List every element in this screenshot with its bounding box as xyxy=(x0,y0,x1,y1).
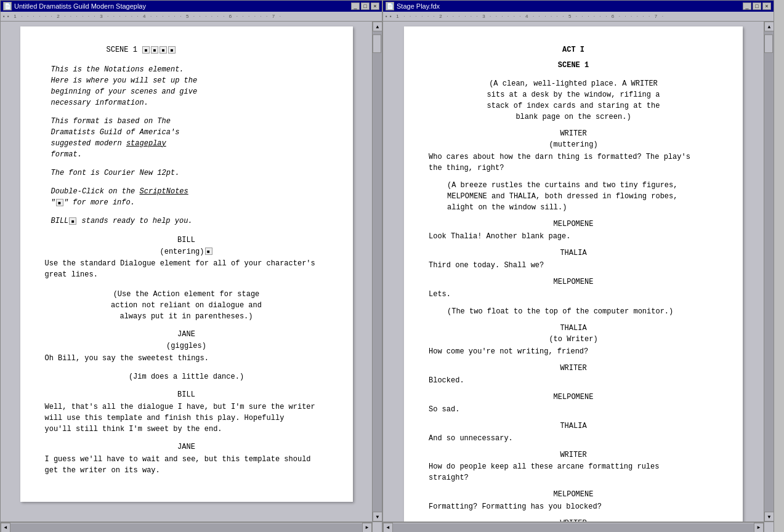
right-scrollbar-h[interactable]: ◄ ► xyxy=(383,522,764,532)
bill2-name: BILL xyxy=(45,390,328,400)
right-close-button[interactable]: × xyxy=(762,2,771,10)
stage-direction-3: (The two float to the top of the compute… xyxy=(447,306,718,317)
melpomene3-dialogue: So sad. xyxy=(429,404,718,415)
melpomene2-dialogue: Lets. xyxy=(429,289,718,300)
melpomene4-block: MELPOMENE Formatting? Formatting has you… xyxy=(429,490,718,512)
left-maximize-button[interactable]: □ xyxy=(361,2,370,10)
left-title-left: 📄 Untitled Dramatists Guild Modern Stage… xyxy=(3,2,146,10)
left-scroll-left[interactable]: ◄ xyxy=(1,523,10,533)
left-window: 📄 Untitled Dramatists Guild Modern Stage… xyxy=(0,0,382,532)
left-page: SCENE 1 ■■■■ This is the Notations eleme… xyxy=(20,26,353,502)
left-title-controls: _ □ × xyxy=(351,2,379,10)
left-document-area[interactable]: SCENE 1 ■■■■ This is the Notations eleme… xyxy=(1,22,372,522)
left-ruler: ▪ ▪ 1 · · · · · · 2 · · · · · · 3 · · · … xyxy=(1,12,382,22)
writer2-name: WRITER xyxy=(429,363,718,374)
stage-direction-2: (A breeze rustles the curtains and two t… xyxy=(447,180,718,213)
notation-block-3: The font is Courier New 12pt. xyxy=(51,167,322,179)
thalia2-block: THALIA (to Writer) How come you're not w… xyxy=(429,323,718,358)
notation-line-5: This format is based on The xyxy=(51,116,322,127)
writer2-block: WRITER Blocked. xyxy=(429,363,718,386)
scene-icon-1[interactable]: ■ xyxy=(142,46,150,54)
thalia3-dialogue: And so unnecessary. xyxy=(429,433,718,444)
right-page: ACT I SCENE 1 (A clean, well-lighted pla… xyxy=(404,26,743,522)
right-scroll-area: ACT I SCENE 1 (A clean, well-lighted pla… xyxy=(383,22,774,522)
right-bottom-corner xyxy=(764,522,774,532)
bill1-name: BILL xyxy=(45,235,328,246)
action1-block: (Use the Action element for stage action… xyxy=(45,289,328,322)
left-close-button[interactable]: × xyxy=(371,2,379,10)
left-scroll-thumb[interactable] xyxy=(373,34,381,53)
thalia2-paren: (to Writer) xyxy=(429,334,718,345)
notation-line-2: Here is where you will set up the xyxy=(51,75,322,86)
right-scroll-thumb[interactable] xyxy=(764,34,773,53)
left-scroll-down[interactable]: ▼ xyxy=(373,512,382,522)
right-document-area[interactable]: ACT I SCENE 1 (A clean, well-lighted pla… xyxy=(383,22,764,522)
jane1-name: JANE xyxy=(45,329,328,340)
right-ruler-content: ▪ ▪ 1 · · · · · · 2 · · · · · · 3 · · · … xyxy=(386,14,771,19)
left-minimize-button[interactable]: _ xyxy=(351,2,360,10)
right-title-controls: _ □ × xyxy=(743,2,771,10)
melpomene4-dialogue: Formatting? Formatting has you blocked? xyxy=(429,501,718,512)
right-app-icon: 📄 xyxy=(386,2,394,10)
writer1-paren: (muttering) xyxy=(429,140,718,150)
right-scroll-down[interactable]: ▼ xyxy=(764,512,774,522)
scene-icon-3[interactable]: ■ xyxy=(160,46,167,54)
writer3-block: WRITER How do people keep all these arca… xyxy=(429,450,718,484)
right-window-title: Stage Play.fdx xyxy=(397,2,440,10)
right-window-bottom: ◄ ► xyxy=(383,522,774,531)
notation-block-2: This format is based on The Dramatists G… xyxy=(51,116,322,160)
right-window: 📄 Stage Play.fdx _ □ × ▪ ▪ 1 · · · · · ·… xyxy=(382,0,774,532)
scene-heading: SCENE 1 ■■■■ xyxy=(107,45,328,55)
melpomene1-dialogue: Look Thalia! Another blank page. xyxy=(429,231,718,242)
writer1-dialogue: Who cares about how the darn thing is fo… xyxy=(429,151,718,174)
writer3-dialogue: How do people keep all these arcane form… xyxy=(429,461,718,483)
melpomene1-name: MELPOMENE xyxy=(429,219,718,230)
writer2-dialogue: Blocked. xyxy=(429,375,718,386)
bill1-block: BILL (entering)■ Use the standard Dialog… xyxy=(45,235,328,281)
left-title-bar: 📄 Untitled Dramatists Guild Modern Stage… xyxy=(1,1,382,12)
left-bottom-corner xyxy=(372,522,382,532)
thalia3-name: THALIA xyxy=(429,421,718,432)
left-scrollbar[interactable]: ▲ ▼ xyxy=(372,22,382,522)
notation-line-11: "■" for more info. xyxy=(51,197,322,208)
melpomene1-block: MELPOMENE Look Thalia! Another blank pag… xyxy=(429,219,718,242)
bill1-icon[interactable]: ■ xyxy=(205,248,212,255)
notation-line-10: Double-Click on the ScriptNotes xyxy=(51,186,322,197)
scene-heading-text: SCENE 1 xyxy=(107,46,142,54)
left-scroll-right[interactable]: ► xyxy=(362,523,372,533)
notation-block-4: Double-Click on the ScriptNotes "■" for … xyxy=(51,186,322,208)
left-scroll-track[interactable] xyxy=(373,31,382,512)
notation-line-3: beginning of your scenes and give xyxy=(51,86,322,97)
writer1-name: WRITER xyxy=(429,129,718,139)
thalia1-block: THALIA Third one today. Shall we? xyxy=(429,248,718,271)
left-window-bottom: ◄ ► xyxy=(1,522,382,531)
left-scroll-track-h[interactable] xyxy=(10,523,362,532)
left-scrollbar-h[interactable]: ◄ ► xyxy=(1,522,372,532)
right-scroll-track[interactable] xyxy=(764,31,774,512)
notation-block: This is the Notations element. Here is w… xyxy=(51,64,322,108)
right-scroll-track-h[interactable] xyxy=(393,523,754,532)
scriptnotes-icon[interactable]: ■ xyxy=(56,199,63,206)
scene-icon-2[interactable]: ■ xyxy=(151,46,158,54)
bill1-paren: (entering)■ xyxy=(45,247,328,257)
melpomene4-name: MELPOMENE xyxy=(429,490,718,500)
right-scrollbar[interactable]: ▲ ▼ xyxy=(764,22,774,522)
thalia1-dialogue: Third one today. Shall we? xyxy=(429,260,718,271)
notation-line-8: format. xyxy=(51,149,322,160)
jane2-block: JANE I guess we'll have to wait and see,… xyxy=(45,442,328,476)
right-scroll-left[interactable]: ◄ xyxy=(383,523,393,533)
melpomene2-block: MELPOMENE Lets. xyxy=(429,277,718,300)
right-scroll-right[interactable]: ► xyxy=(754,523,764,533)
right-maximize-button[interactable]: □ xyxy=(753,2,761,10)
bill-icon[interactable]: ■ xyxy=(69,217,76,225)
jane1-block: JANE (giggles) Oh Bill, you say the swee… xyxy=(45,329,328,364)
bill1-dialogue: Use the standard Dialogue element for al… xyxy=(45,258,328,280)
jane2-dialogue: I guess we'll have to wait and see, but … xyxy=(45,454,328,476)
scene-icon-4[interactable]: ■ xyxy=(168,46,176,54)
notation-line-12: BILL■ stands ready to help you. xyxy=(51,216,322,227)
left-window-title: Untitled Dramatists Guild Modern Stagepl… xyxy=(14,2,146,10)
right-scroll-up[interactable]: ▲ xyxy=(764,22,774,31)
right-minimize-button[interactable]: _ xyxy=(743,2,751,10)
left-scroll-up[interactable]: ▲ xyxy=(373,22,382,31)
notation-line-9: The font is Courier New 12pt. xyxy=(51,167,322,179)
